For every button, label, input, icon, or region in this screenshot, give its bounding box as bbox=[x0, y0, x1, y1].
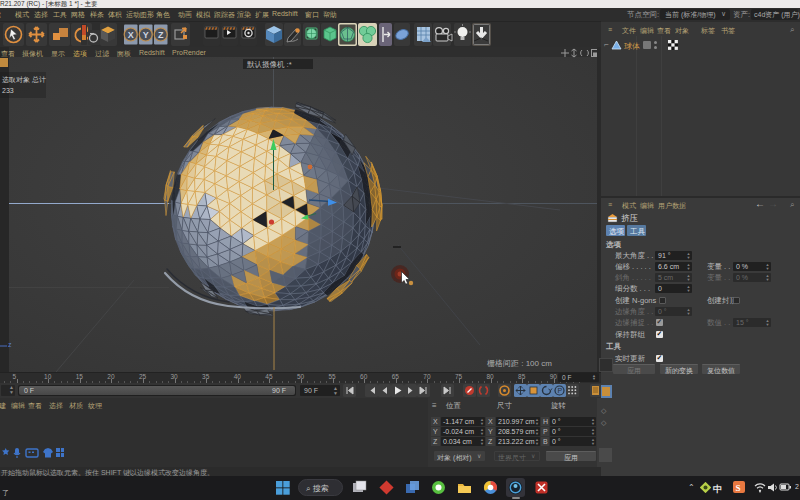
svg-text:P: P bbox=[558, 387, 563, 394]
svg-text:X: X bbox=[128, 30, 134, 40]
svg-text:Z: Z bbox=[158, 30, 164, 40]
svg-text:Y: Y bbox=[143, 30, 149, 40]
svg-text:S: S bbox=[736, 483, 741, 493]
